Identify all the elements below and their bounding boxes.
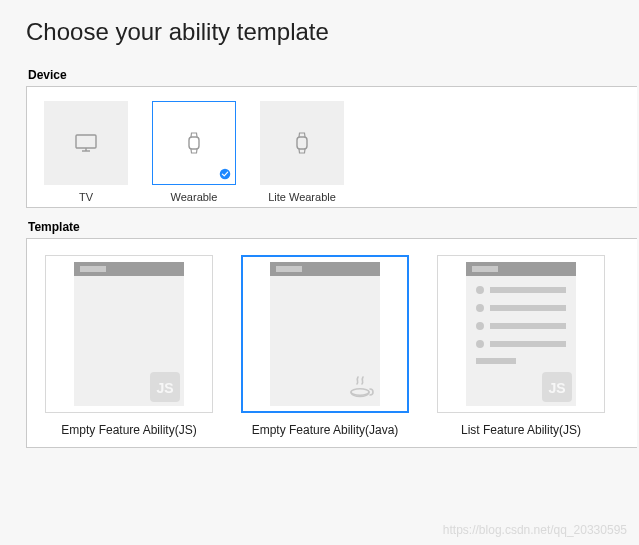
template-label: List Feature Ability(JS) bbox=[437, 423, 605, 437]
java-badge-icon bbox=[346, 372, 376, 402]
js-badge-icon bbox=[542, 372, 572, 402]
device-section-label: Device bbox=[28, 68, 639, 82]
device-option-tv[interactable]: TV bbox=[41, 101, 131, 203]
device-tile[interactable] bbox=[152, 101, 236, 185]
js-badge-icon bbox=[150, 372, 180, 402]
device-label: TV bbox=[41, 191, 131, 203]
template-preview bbox=[466, 262, 576, 406]
template-preview bbox=[270, 262, 380, 406]
template-section-label: Template bbox=[28, 220, 639, 234]
template-label: Empty Feature Ability(JS) bbox=[45, 423, 213, 437]
template-section: Empty Feature Ability(JS)Empty Feature A… bbox=[26, 238, 637, 448]
watch-icon bbox=[181, 130, 207, 156]
template-preview bbox=[74, 262, 184, 406]
check-badge-icon bbox=[219, 168, 231, 180]
device-section: TVWearableLite Wearable bbox=[26, 86, 637, 208]
watermark-text: https://blog.csdn.net/qq_20330595 bbox=[443, 523, 627, 537]
template-tile[interactable] bbox=[437, 255, 605, 413]
template-tile[interactable] bbox=[45, 255, 213, 413]
template-option-empty-java[interactable]: Empty Feature Ability(Java) bbox=[241, 255, 409, 437]
template-label: Empty Feature Ability(Java) bbox=[241, 423, 409, 437]
device-tile[interactable] bbox=[260, 101, 344, 185]
page-title: Choose your ability template bbox=[26, 18, 639, 46]
device-option-wearable[interactable]: Wearable bbox=[149, 101, 239, 203]
tv-icon bbox=[73, 130, 99, 156]
template-option-empty-js[interactable]: Empty Feature Ability(JS) bbox=[45, 255, 213, 437]
device-label: Lite Wearable bbox=[257, 191, 347, 203]
template-tile[interactable] bbox=[241, 255, 409, 413]
device-option-lite-wearable[interactable]: Lite Wearable bbox=[257, 101, 347, 203]
template-option-list-js[interactable]: List Feature Ability(JS) bbox=[437, 255, 605, 437]
device-tile[interactable] bbox=[44, 101, 128, 185]
watch-icon bbox=[289, 130, 315, 156]
device-label: Wearable bbox=[149, 191, 239, 203]
